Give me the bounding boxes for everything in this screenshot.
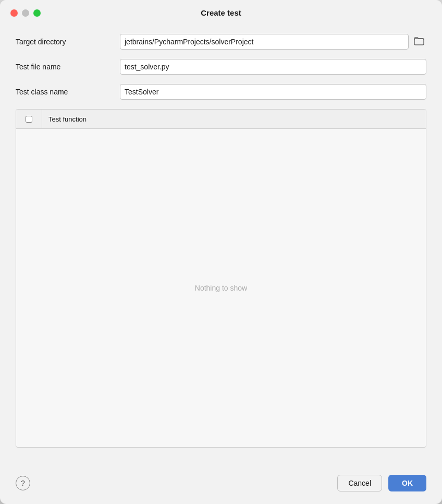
test-class-name-label: Test class name (16, 88, 120, 96)
target-directory-label: Target directory (16, 38, 120, 46)
table-checkbox-col (16, 110, 42, 128)
test-class-name-input[interactable] (120, 84, 426, 100)
folder-icon (414, 36, 424, 48)
help-label: ? (21, 479, 25, 487)
dialog-footer: ? Cancel OK (0, 469, 442, 504)
target-directory-input-wrap (120, 34, 426, 50)
test-function-table: Test function Nothing to show (16, 109, 426, 448)
target-directory-row: Target directory (16, 34, 426, 50)
title-bar: Create test (0, 0, 442, 23)
ok-label: OK (402, 479, 413, 487)
table-body: Nothing to show (16, 129, 426, 447)
test-file-name-input-wrap (120, 59, 426, 75)
cancel-button[interactable]: Cancel (337, 475, 382, 491)
footer-actions: Cancel OK (337, 475, 426, 491)
maximize-button[interactable] (33, 9, 41, 17)
select-all-checkbox[interactable] (26, 116, 32, 123)
test-file-name-row: Test file name (16, 59, 426, 75)
cancel-label: Cancel (348, 479, 371, 487)
minimize-button[interactable] (22, 9, 29, 17)
empty-message: Nothing to show (195, 284, 247, 292)
folder-browse-button[interactable] (412, 34, 426, 49)
test-class-name-row: Test class name (16, 84, 426, 100)
close-button[interactable] (10, 9, 18, 17)
target-directory-input[interactable] (120, 34, 409, 50)
help-button[interactable]: ? (16, 476, 30, 490)
ok-button[interactable]: OK (388, 475, 426, 491)
dialog-title: Create test (201, 8, 241, 17)
create-test-dialog: Create test Target directory Tes (0, 0, 442, 504)
test-function-column-header: Test function (42, 115, 93, 123)
test-class-name-input-wrap (120, 84, 426, 100)
test-file-name-input[interactable] (120, 59, 426, 75)
dialog-content: Target directory Test file name (0, 23, 442, 469)
window-controls (10, 9, 41, 17)
svg-rect-0 (414, 39, 424, 45)
test-file-name-label: Test file name (16, 63, 120, 71)
table-header: Test function (16, 110, 426, 129)
